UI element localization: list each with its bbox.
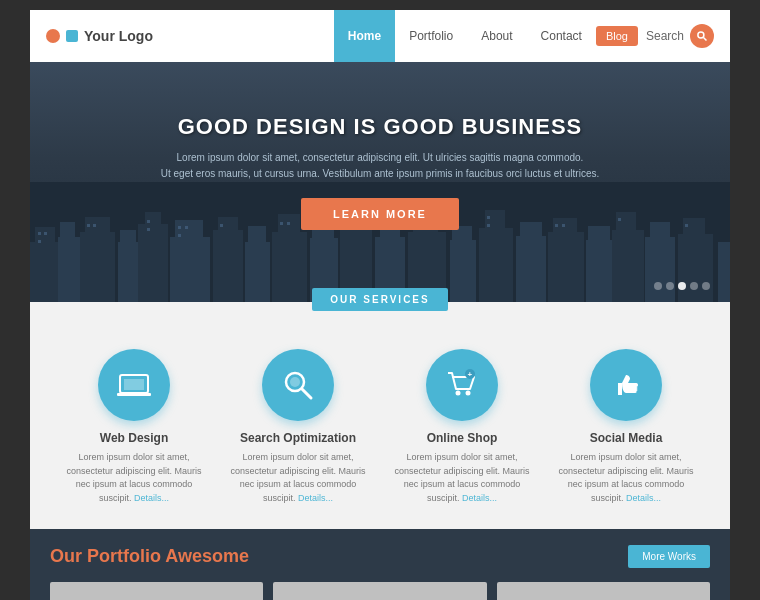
svg-rect-68	[685, 224, 688, 227]
hero-content: Good Design is Good Business Lorem ipsum…	[81, 114, 680, 230]
online-shop-icon-circle: +	[426, 349, 498, 421]
portfolio-item-2[interactable]	[273, 582, 486, 600]
dot-2[interactable]	[666, 282, 674, 290]
nav-item-portfolio[interactable]: Portfolio	[395, 10, 467, 62]
service-link-social-media[interactable]: Details...	[626, 493, 661, 503]
search-icon	[696, 30, 708, 42]
nav-item-home[interactable]: Home	[334, 10, 395, 62]
nav-item-blog[interactable]: Blog	[596, 26, 638, 46]
service-card-social-media: Social Media Lorem ipsum dolor sit amet,…	[552, 349, 700, 505]
service-link-online-shop[interactable]: Details...	[462, 493, 497, 503]
service-link-web-design[interactable]: Details...	[134, 493, 169, 503]
svg-point-77	[466, 391, 471, 396]
svg-point-0	[698, 32, 704, 38]
service-name-search-opt: Search Optimization	[240, 431, 356, 445]
service-name-online-shop: Online Shop	[427, 431, 498, 445]
nav-search: Search	[646, 24, 714, 48]
svg-rect-70	[124, 379, 144, 390]
svg-rect-46	[38, 232, 41, 235]
social-media-icon-circle	[590, 349, 662, 421]
search-label: Search	[646, 29, 684, 43]
services-grid: Web Design Lorem ipsum dolor sit amet, c…	[50, 349, 710, 505]
magnifier-icon	[280, 367, 316, 403]
dot-4[interactable]	[690, 282, 698, 290]
service-card-search-optimization: Search Optimization Lorem ipsum dolor si…	[224, 349, 372, 505]
svg-line-1	[704, 38, 707, 41]
cart-icon: +	[444, 367, 480, 403]
search-button[interactable]	[690, 24, 714, 48]
portfolio-item-1[interactable]	[50, 582, 263, 600]
page-wrapper: Your Logo Home Portfolio About Contact B…	[30, 10, 730, 600]
hero-section: Good Design is Good Business Lorem ipsum…	[30, 62, 730, 302]
service-name-web-design: Web Design	[100, 431, 168, 445]
service-name-social-media: Social Media	[590, 431, 663, 445]
more-works-button[interactable]: More Works	[628, 545, 710, 568]
thumbsup-icon	[608, 367, 644, 403]
navbar: Your Logo Home Portfolio About Contact B…	[30, 10, 730, 62]
portfolio-title: Our Portfolio Awesome	[50, 546, 249, 567]
service-desc-social-media: Lorem ipsum dolor sit amet, consectetur …	[552, 451, 700, 505]
service-link-search-opt[interactable]: Details...	[298, 493, 333, 503]
services-badge: Our Services	[312, 288, 447, 311]
services-header: Our Services	[50, 288, 710, 311]
web-design-icon-circle	[98, 349, 170, 421]
service-card-online-shop: + Online Shop Lorem ipsum dolor sit amet…	[388, 349, 536, 505]
hero-title: Good Design is Good Business	[161, 114, 600, 140]
portfolio-header: Our Portfolio Awesome More Works	[50, 545, 710, 568]
hero-cta-button[interactable]: Learn More	[301, 198, 459, 230]
service-desc-online-shop: Lorem ipsum dolor sit amet, consectetur …	[388, 451, 536, 505]
service-desc-search-opt: Lorem ipsum dolor sit amet, consectetur …	[224, 451, 372, 505]
dot-1[interactable]	[654, 282, 662, 290]
service-desc-web-design: Lorem ipsum dolor sit amet, consectetur …	[60, 451, 208, 505]
svg-point-74	[290, 377, 300, 387]
portfolio-item-3[interactable]	[497, 582, 710, 600]
svg-rect-72	[129, 393, 139, 396]
logo-circle-icon	[46, 29, 60, 43]
svg-text:+: +	[468, 370, 473, 379]
dot-3[interactable]	[678, 282, 686, 290]
hero-dots	[654, 282, 710, 290]
logo-area: Your Logo	[46, 28, 153, 44]
portfolio-section: Our Portfolio Awesome More Works	[30, 529, 730, 600]
svg-point-76	[456, 391, 461, 396]
svg-rect-48	[38, 240, 41, 243]
service-card-web-design: Web Design Lorem ipsum dolor sit amet, c…	[60, 349, 208, 505]
svg-line-75	[302, 389, 311, 398]
nav-item-about[interactable]: About	[467, 10, 526, 62]
logo-square-icon	[66, 30, 78, 42]
dot-5[interactable]	[702, 282, 710, 290]
search-optimization-icon-circle	[262, 349, 334, 421]
svg-rect-45	[718, 242, 730, 302]
logo-text: Your Logo	[84, 28, 153, 44]
laptop-icon	[116, 367, 152, 403]
nav-links: Home Portfolio About Contact Blog	[334, 10, 638, 62]
svg-rect-47	[44, 232, 47, 235]
services-section: Our Services Web Design Lorem ipsum dolo…	[30, 302, 730, 529]
nav-item-contact[interactable]: Contact	[527, 10, 596, 62]
svg-rect-55	[178, 234, 181, 237]
portfolio-grid	[50, 582, 710, 600]
hero-subtitle: Lorem ipsum dolor sit amet, consectetur …	[161, 150, 600, 182]
